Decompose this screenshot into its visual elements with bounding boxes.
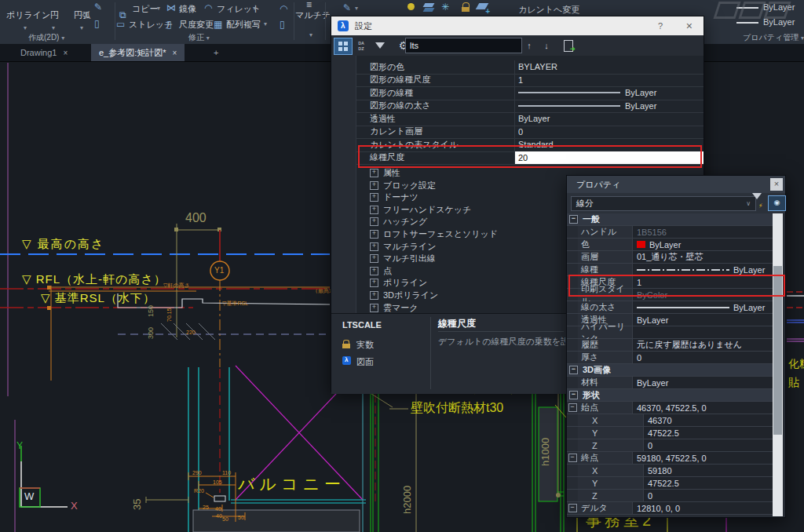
property-value[interactable]: ByLayer xyxy=(633,239,774,250)
settings-category-3Dポリライン[interactable]: +3Dポリライン xyxy=(370,290,438,301)
ribbon-scale-button[interactable]: 尺度変更 xyxy=(179,19,214,31)
file-tab-reference-drawing[interactable]: e_参考図:矩計図* × xyxy=(91,44,185,61)
panel-label-modify[interactable]: 修正 ▾ xyxy=(188,32,210,43)
settings-dialog-titlebar[interactable]: λ 設定 ? × xyxy=(331,16,704,35)
ellipse-tool-icon[interactable]: ✎ xyxy=(94,2,102,12)
close-icon[interactable]: × xyxy=(63,49,68,57)
property-row-ハイパーリンク[interactable]: ハイパーリンク xyxy=(567,326,774,339)
property-value[interactable]: ByLayer xyxy=(633,314,774,326)
setting-value[interactable]: ByLayer xyxy=(515,112,704,126)
lock-layer-icon[interactable] xyxy=(460,2,471,13)
expand-icon[interactable]: + xyxy=(370,181,378,190)
setting-value[interactable]: ByLayer xyxy=(515,86,704,100)
property-value[interactable]: 46370 xyxy=(644,414,774,426)
panel-label-create[interactable]: 作成(2D) ▾ xyxy=(28,32,64,43)
property-value[interactable]: 1B5156 xyxy=(633,226,774,238)
ribbon-array-button[interactable]: 配列複写 xyxy=(226,19,261,31)
filter-button[interactable] xyxy=(372,38,388,53)
property-row-Y[interactable]: Y47522.5 xyxy=(567,427,774,439)
property-row-ハンドル[interactable]: ハンドル1B5156 xyxy=(567,226,774,239)
properties-grid[interactable]: −一般ハンドル1B5156色ByLayer画層01_通り芯・壁芯線種ByLaye… xyxy=(567,213,774,516)
settings-category-雲マーク[interactable]: +雲マーク xyxy=(370,302,418,313)
ribbon-copy-button[interactable]: コピー xyxy=(132,3,159,15)
collapse-icon[interactable]: − xyxy=(569,215,578,224)
settings-search-input[interactable]: lts xyxy=(405,38,522,53)
setting-value[interactable]: 0 xyxy=(515,126,704,139)
property-value[interactable]: 12810, 0, 0 xyxy=(633,502,774,514)
array-icon[interactable]: ▦ xyxy=(214,20,222,29)
setting-value[interactable]: 1 xyxy=(515,74,704,87)
property-value[interactable]: 59180 xyxy=(644,465,774,476)
expand-icon[interactable]: + xyxy=(370,267,378,275)
scale-icon[interactable]: ▯ xyxy=(166,20,172,29)
file-tab-drawing1[interactable]: Drawing1 × xyxy=(13,44,75,61)
ribbon-circle-button[interactable]: 円 xyxy=(50,9,59,21)
property-row-色[interactable]: 色ByLayer xyxy=(567,239,774,251)
close-icon[interactable]: × xyxy=(173,49,177,57)
property-value[interactable]: 元に戻す履歴はありません xyxy=(633,339,774,351)
ribbon-change-to-current-button[interactable]: カレントへ変更 xyxy=(518,4,579,16)
settings-row-図形の線種尺度[interactable]: 図形の線種尺度1 xyxy=(356,74,704,88)
rotate-tool-icon[interactable]: ◠ xyxy=(280,4,287,13)
expand-icon[interactable]: + xyxy=(370,230,378,239)
settings-category-ハッチング[interactable]: +ハッチング xyxy=(370,216,427,228)
property-row-X[interactable]: X46370 xyxy=(567,414,774,427)
settings-row-図形の線種[interactable]: 図形の線種ByLayer xyxy=(356,86,704,100)
quick-select-button[interactable]: ◉ xyxy=(768,195,786,211)
chevron-down-icon[interactable]: ▾ xyxy=(264,20,267,27)
property-row-Z[interactable]: Z0 xyxy=(567,439,774,452)
freeze-layer-icon[interactable]: ✳ xyxy=(441,2,449,12)
settings-category-ドーナツ[interactable]: +ドーナツ xyxy=(370,191,418,203)
expand-icon[interactable]: + xyxy=(370,169,378,177)
property-row-Z[interactable]: Z0 xyxy=(567,490,774,502)
settings-category-マルチライン[interactable]: +マルチライン xyxy=(370,241,437,253)
property-row-Y[interactable]: Y47522.5 xyxy=(567,477,774,490)
region-tool-icon[interactable]: ▯ xyxy=(94,19,100,28)
expand-icon[interactable]: + xyxy=(370,279,378,287)
new-tab-button[interactable]: + xyxy=(206,44,226,61)
alphabetic-sort-button[interactable]: ᴅᴀᴅᴢ xyxy=(353,38,369,53)
expand-icon[interactable]: + xyxy=(370,304,378,312)
property-row-材料[interactable]: 材料ByLayer xyxy=(567,377,774,389)
setting-value[interactable]: ByLayer xyxy=(515,100,704,113)
property-row-デルタ[interactable]: −デルタ12810, 0, 0 xyxy=(567,502,774,515)
settings-category-フリーハンドスケッチ[interactable]: +フリーハンドスケッチ xyxy=(370,204,471,216)
collapse-icon[interactable]: − xyxy=(567,502,578,514)
property-row-始点[interactable]: −始点46370, 47522.5, 0 xyxy=(567,402,774,414)
layer-add-icon[interactable]: + xyxy=(477,3,488,14)
copy-icon[interactable]: ⧉ xyxy=(119,4,126,20)
settings-row-図形の色[interactable]: 図形の色BYLAYER xyxy=(356,60,704,75)
text-style-icon[interactable]: ✎ xyxy=(343,3,351,13)
property-value[interactable]: 0 xyxy=(633,352,774,363)
property-section-形状[interactable]: −形状 xyxy=(567,389,774,402)
mtext-icon[interactable]: ≡ xyxy=(306,0,312,9)
settings-category-ブロック設定[interactable]: +ブロック設定 xyxy=(370,180,436,191)
property-value[interactable]: 47522.5 xyxy=(644,477,774,489)
collapse-icon[interactable]: − xyxy=(569,391,578,399)
collapse-icon[interactable]: − xyxy=(567,452,578,464)
setting-value[interactable]: BYLAYER xyxy=(515,60,704,74)
settings-row-図形の線の太さ[interactable]: 図形の線の太さByLayer xyxy=(356,100,704,114)
property-value[interactable]: 47522.5 xyxy=(644,427,774,439)
settings-row-透過性[interactable]: 透過性ByLayer xyxy=(356,112,704,126)
settings-row-カレント画層[interactable]: カレント画層0 xyxy=(356,126,704,140)
property-value[interactable]: 46370, 47522.5, 0 xyxy=(633,402,774,414)
property-section-3D画像[interactable]: −3D画像 xyxy=(567,364,774,377)
trim-tool-icon[interactable]: ▯ xyxy=(280,20,285,29)
ribbon-mirror-button[interactable]: 鏡像 xyxy=(179,3,196,15)
panel-label-properties-mgmt[interactable]: プロパティ管理 ▾ xyxy=(743,32,804,43)
property-row-X[interactable]: X59180 xyxy=(567,465,774,477)
property-row-履歴[interactable]: 履歴元に戻す履歴はありません xyxy=(567,339,774,352)
layer-on-icon[interactable] xyxy=(405,2,416,13)
settings-category-点[interactable]: +点 xyxy=(370,265,392,277)
close-button[interactable]: × xyxy=(686,20,693,32)
property-row-画層[interactable]: 画層01_通り芯・壁芯 xyxy=(567,251,774,264)
chevron-down-icon[interactable]: ▾ xyxy=(52,24,55,31)
chevron-down-icon[interactable]: ▾ xyxy=(355,5,358,12)
help-button[interactable]: ? xyxy=(658,21,663,31)
settings-category-ロフトサーフェスとソリッド[interactable]: +ロフトサーフェスとソリッド xyxy=(370,228,498,240)
quick-filter-icon[interactable]: ⚡ xyxy=(752,199,762,209)
export-button[interactable]: ➜ xyxy=(561,38,576,53)
find-previous-button[interactable]: ↑ xyxy=(521,38,537,53)
property-value[interactable]: ByLayer xyxy=(633,377,774,388)
